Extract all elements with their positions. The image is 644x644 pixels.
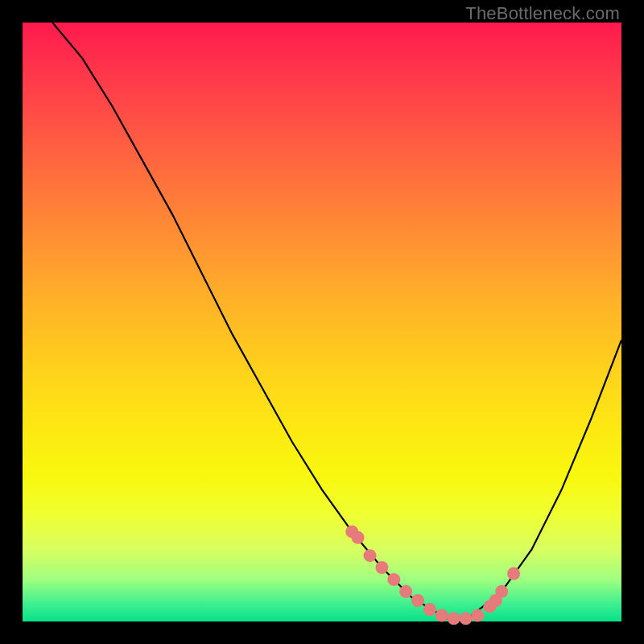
marker-point (495, 585, 508, 598)
curve-line (52, 23, 621, 621)
marker-point (507, 568, 520, 580)
marker-point (471, 609, 484, 622)
chart-svg (23, 23, 621, 621)
marker-group (345, 525, 520, 625)
marker-point (448, 612, 460, 625)
marker-point (411, 594, 424, 607)
marker-point (436, 609, 448, 622)
marker-point (387, 573, 400, 586)
marker-point (399, 585, 412, 598)
marker-point (423, 603, 436, 616)
marker-point (364, 549, 377, 562)
marker-point (375, 561, 388, 574)
chart-container: TheBottleneck.com (0, 0, 644, 644)
marker-point (460, 612, 473, 625)
watermark-text: TheBottleneck.com (465, 3, 620, 24)
marker-point (352, 531, 365, 544)
